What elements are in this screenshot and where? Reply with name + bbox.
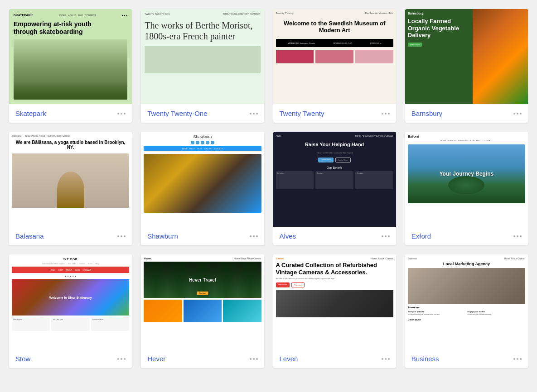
theme-more-alves[interactable]: [382, 235, 390, 237]
theme-more-exford[interactable]: [513, 235, 522, 237]
theme-name-alves[interactable]: Alves: [280, 232, 296, 240]
theme-info-skatepark: Skatepark: [9, 104, 132, 123]
dot3: [520, 235, 522, 237]
themes-grid: SKATEPARK STOREABOUTFINDCONNECT ♦ ♦ ♦ Em…: [9, 9, 528, 368]
preview-buttons: Learn more Pre-order: [276, 282, 393, 287]
theme-more-balasana[interactable]: [117, 235, 126, 237]
theme-preview-business[interactable]: Business Home About Contact Local Market…: [405, 254, 528, 349]
dot3: [256, 235, 258, 237]
dot2: [121, 358, 122, 360]
theme-name-skatepark[interactable]: Skatepark: [15, 110, 46, 117]
preview-island: [448, 176, 484, 194]
preview-nav-links: HOMESERVICESPORTFOLIOBLOGABOUTCONTACT: [408, 139, 525, 142]
preview-hero: Hever Travel Book now: [144, 262, 261, 298]
theme-preview-balasana[interactable]: Bālāsana — Yoga, Pilates, About, Teacher…: [9, 132, 132, 227]
dot2: [253, 235, 255, 237]
theme-preview-exford[interactable]: Exford HOMESERVICESPORTFOLIOBLOGABOUTCON…: [405, 132, 528, 227]
theme-info-shawburn: Shawburn: [141, 227, 264, 245]
preview-logo: Shawburn: [144, 134, 261, 139]
preview-gallery: [144, 300, 261, 322]
preview-logo: SKATEPARK: [14, 14, 33, 17]
preview-cta-button: Book now: [197, 292, 208, 295]
theme-more-twentytwenty[interactable]: [382, 113, 390, 115]
preview-hero-text: Hever Travel: [189, 277, 216, 282]
theme-more-shawburn[interactable]: [250, 235, 258, 237]
dot2: [385, 358, 387, 360]
theme-name-leven[interactable]: Leven: [280, 355, 298, 363]
theme-name-shawburn[interactable]: Shawburn: [147, 232, 178, 240]
theme-preview-hever[interactable]: Hever Home About About Contact Hever Tra…: [141, 254, 264, 349]
preview-nav-icons: ♦ ♦ ♦: [122, 14, 128, 17]
preview-nav: Hever Home About About Contact: [144, 257, 261, 260]
theme-preview-alves[interactable]: Alves Home About Gallery Services Contac…: [273, 132, 396, 227]
preview-btn-preview: Pre-order: [291, 282, 305, 287]
preview-hero: Welcome to Stow Stationary: [12, 279, 129, 316]
dot1: [250, 113, 252, 115]
theme-card-hever: Hever Home About About Contact Hever Tra…: [141, 254, 264, 368]
preview-section-title: Our Beliefs: [276, 166, 393, 169]
theme-info-twentytwenty: Twenty Twenty: [273, 104, 396, 123]
preview-beliefs: We believe... We strive... We create...: [276, 171, 393, 189]
theme-name-exford[interactable]: Exford: [411, 232, 431, 240]
preview-hero-text: Empowering at-risk youth through skatebo…: [14, 20, 93, 36]
theme-more-business[interactable]: [513, 358, 522, 360]
theme-preview-twentytwenty[interactable]: Twenty Twenty The Swedish Museum of Art …: [273, 9, 396, 104]
theme-preview-twentyone[interactable]: TWENTY TWENTY-ONE ABOUT BLOG CONTACT CON…: [141, 9, 264, 104]
preview-hero-image: [14, 39, 127, 100]
dot2: [517, 235, 518, 237]
theme-more-leven[interactable]: [382, 358, 390, 360]
theme-card-alves: Alves Home About Gallery Services Contac…: [273, 132, 396, 245]
theme-name-business[interactable]: Business: [411, 355, 439, 363]
theme-card-twenty-twenty: Twenty Twenty The Swedish Museum of Art …: [273, 9, 396, 123]
theme-info-alves: Alves: [273, 227, 396, 245]
theme-card-skatepark: SKATEPARK STOREABOUTFINDCONNECT ♦ ♦ ♦ Em…: [9, 9, 132, 123]
theme-more-stow[interactable]: [117, 358, 126, 360]
preview-hero-text: Locally Farmed Organic Vegetable Deliver…: [408, 18, 473, 39]
preview-contact-title: Get in touch: [408, 318, 525, 321]
preview-camera-image: [276, 290, 393, 317]
theme-name-twentyone[interactable]: Twenty Twenty-One: [147, 110, 207, 117]
theme-info-barnsbury: Barnsbury: [405, 104, 528, 123]
preview-hero-text: The works of Berthe Morisot, 1800s-era F…: [145, 20, 260, 42]
preview-nav: SKATEPARK STOREABOUTFINDCONNECT ♦ ♦ ♦: [14, 14, 127, 17]
dot1: [513, 235, 515, 237]
dot2: [385, 113, 387, 115]
preview-gallery-item-2: [184, 300, 222, 322]
theme-name-balasana[interactable]: Balasana: [15, 232, 44, 240]
theme-name-twentytwenty[interactable]: Twenty Twenty: [280, 110, 324, 117]
theme-preview-stow[interactable]: STOW stationery and office supplies — Es…: [9, 254, 132, 349]
theme-more-twentyone[interactable]: [250, 113, 258, 115]
theme-more-skatepark[interactable]: [117, 113, 126, 115]
theme-preview-barnsbury[interactable]: Barnsbury Home About Blog Contact Locall…: [405, 9, 528, 104]
preview-hero-image: [473, 9, 528, 104]
theme-info-hever: Hever: [141, 349, 264, 368]
theme-info-exford: Exford: [405, 227, 528, 245]
preview-col-1: Meet your potential We help businesses g…: [408, 311, 466, 316]
theme-card-twenty-twenty-one: TWENTY TWENTY-ONE ABOUT BLOG CONTACT CON…: [141, 9, 264, 123]
dot2: [253, 113, 255, 115]
dot3: [124, 358, 126, 360]
theme-card-leven: Leven HomeAboutContact A Curated Collect…: [273, 254, 396, 368]
preview-stats-bar: MEMBER 123 Somegive, 3 levels OPENINGS 9…: [276, 39, 393, 47]
theme-info-stow: Stow: [9, 349, 132, 368]
theme-more-barnsbury[interactable]: [513, 113, 522, 115]
theme-preview-leven[interactable]: Leven HomeAboutContact A Curated Collect…: [273, 254, 396, 349]
theme-preview-skatepark[interactable]: SKATEPARK STOREABOUTFINDCONNECT ♦ ♦ ♦ Em…: [9, 9, 132, 104]
theme-info-balasana: Balasana: [9, 227, 132, 245]
preview-hero-text: A Curated Collection of Refurbished Vint…: [276, 262, 393, 276]
theme-name-barnsbury[interactable]: Barnsbury: [411, 110, 442, 117]
dot1: [513, 113, 515, 115]
dot1: [382, 358, 383, 360]
preview-social-icons: [144, 141, 261, 144]
dot3: [256, 358, 258, 360]
theme-card-exford: Exford HOMESERVICESPORTFOLIOBLOGABOUTCON…: [405, 132, 528, 245]
theme-card-barnsbury: Barnsbury Home About Blog Contact Locall…: [405, 9, 528, 123]
preview-hero-image: [144, 154, 261, 213]
dot2: [121, 113, 122, 115]
dot3: [520, 358, 522, 360]
theme-name-hever[interactable]: Hever: [147, 355, 165, 363]
theme-preview-shawburn[interactable]: Shawburn HOMEABOUTBLOGGALLERYCONTACT: [141, 132, 264, 227]
theme-name-stow[interactable]: Stow: [15, 355, 30, 363]
theme-more-hever[interactable]: [250, 358, 258, 360]
preview-btn-secondary: Learn More: [335, 158, 351, 163]
